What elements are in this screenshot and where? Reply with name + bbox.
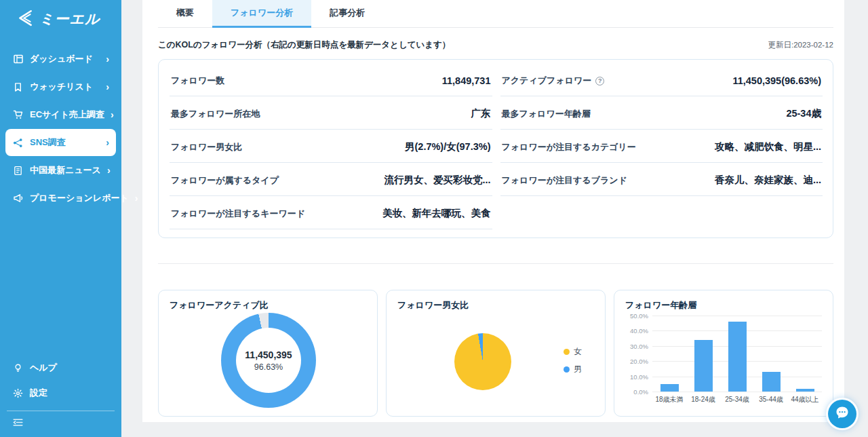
sidebar-item-ec-research[interactable]: ECサイト売上調査 [5, 101, 116, 128]
sidebar-item-china-news[interactable]: 中国最新ニュース [5, 157, 116, 184]
legend-dot [564, 349, 570, 355]
x-axis-label: 44歳以上 [788, 395, 822, 404]
chevron-right-icon [106, 54, 109, 64]
stat-label: フォロワーが注目するブランド [502, 174, 627, 187]
active-ratio-donut-chart: 11,450,395 96.63% [221, 313, 316, 408]
sidebar: ミーエル ダッシュボード ウォッチリスト ECサイト売上調査 SNS調査 中国最… [0, 0, 121, 437]
x-axis-label: 18歳未満 [652, 395, 686, 404]
grid-line [652, 392, 822, 392]
tab-follower-analysis[interactable]: フォロワー分析 [212, 0, 311, 28]
donut-center-label: 11,450,395 96.63% [221, 313, 316, 408]
stat-row: フォロワー数11,849,731 [170, 64, 492, 96]
legend-dot [564, 366, 570, 373]
pie-legend: 女男 [564, 346, 582, 375]
sidebar-item-help[interactable]: ヘルプ [5, 356, 116, 380]
chevron-right-icon [111, 110, 114, 119]
stat-row: フォロワーが注目するブランド香奈儿、奈娃家族、迪... [500, 163, 823, 196]
stat-value: 香奈儿、奈娃家族、迪... [715, 174, 821, 187]
bar [728, 322, 747, 392]
cart-icon [12, 109, 24, 121]
x-axis-label: 35-44歳 [754, 395, 788, 404]
stats-column-left: フォロワー数11,849,731最多フォロワー所在地广东フォロワー男女比男(2.… [170, 64, 492, 229]
donut-percent: 96.63% [254, 362, 283, 372]
main-panel: 概要 フォロワー分析 記事分析 このKOLのフォロワー分析（右記の更新日時点を最… [142, 0, 844, 422]
y-tick-label: 0.0% [621, 388, 648, 396]
x-axis-labels: 18歳未満18-24歳25-34歳35-44歳44歳以上 [652, 395, 822, 404]
chat-support-button[interactable] [828, 400, 856, 428]
chevron-right-icon [107, 166, 111, 175]
gear-icon [12, 387, 24, 399]
sidebar-item-label: ウォッチリスト [30, 81, 93, 93]
analysis-tabbar: 概要 フォロワー分析 記事分析 [158, 0, 833, 28]
sidebar-item-label: プロモーションレポート [30, 192, 129, 204]
bar [660, 384, 679, 392]
app-logo[interactable]: ミーエル [0, 0, 121, 29]
bar-slot [686, 316, 720, 392]
section-header: このKOLのフォロワー分析（右記の更新日時点を最新データとしています） 更新日:… [158, 39, 833, 51]
section-divider [158, 263, 833, 264]
updated-date: 更新日:2023-02-12 [768, 40, 833, 50]
sidebar-item-watchlist[interactable]: ウォッチリスト [5, 73, 116, 100]
x-axis-label: 25-34歳 [720, 395, 754, 404]
legend-label: 女 [574, 346, 582, 358]
stat-label: フォロワーが注目するキーワード [171, 208, 305, 220]
sidebar-item-label: ECサイト売上調査 [30, 109, 104, 121]
sidebar-item-label: ダッシュボード [30, 53, 93, 65]
legend-item[interactable]: 男 [564, 364, 582, 375]
sidebar-item-label: SNS調査 [30, 136, 66, 149]
stat-row: フォロワーが属するタイプ流行男女、爱买彩妆党... [170, 163, 492, 196]
sidebar-item-sns-research[interactable]: SNS調査 [5, 129, 116, 156]
lightbulb-icon [12, 362, 24, 374]
follower-stats-card: フォロワー数11,849,731最多フォロワー所在地广东フォロワー男女比男(2.… [158, 59, 833, 238]
sidebar-divider [7, 411, 115, 411]
stat-row: フォロワー男女比男(2.7%)/女(97.3%) [170, 130, 492, 163]
x-axis-label: 18-24歳 [686, 395, 720, 404]
tab-overview[interactable]: 概要 [158, 0, 212, 28]
chat-icon [834, 404, 850, 423]
donut-value: 11,450,395 [245, 349, 292, 360]
chart-title: フォロワー年齢層 [625, 299, 822, 311]
collapse-icon [12, 417, 24, 431]
stat-value: 攻略、减肥饮食、明星... [715, 140, 821, 153]
sidebar-item-promotion-report[interactable]: プロモーションレポート [5, 185, 116, 212]
gender-ratio-chart-card: フォロワー男女比 女男 [386, 290, 606, 417]
y-tick-label: 20.0% [621, 358, 648, 365]
stat-row: フォロワーが注目するキーワード美妆、新年去哪玩、美食 [170, 196, 492, 229]
chart-title: フォロワーアクティブ比 [170, 299, 366, 311]
share-icon [12, 137, 24, 149]
y-tick-label: 40.0% [621, 327, 648, 335]
stat-value: 男(2.7%)/女(97.3%) [405, 140, 491, 153]
bar-slot [788, 316, 822, 392]
stat-label: フォロワーが属するタイプ [171, 174, 279, 187]
bar-slot [720, 316, 754, 392]
stat-label: 最多フォロワー年齢層 [502, 108, 591, 120]
sidebar-item-label: 中国最新ニュース [30, 164, 101, 176]
stat-value: 流行男女、爱买彩妆党... [384, 174, 490, 187]
stat-label: アクティブフォロワー [502, 75, 605, 87]
stat-row: アクティブフォロワー11,450,395(96.63%) [500, 64, 823, 96]
legend-label: 男 [574, 364, 582, 375]
bar-slot [754, 316, 788, 392]
stat-row: フォロワーが注目するカテゴリー攻略、减肥饮食、明星... [500, 130, 823, 163]
collapse-sidebar-button[interactable] [0, 414, 121, 433]
legend-item[interactable]: 女 [564, 346, 582, 358]
bars [652, 316, 822, 392]
chevron-right-icon [106, 138, 109, 147]
y-tick-label: 10.0% [621, 373, 648, 381]
stat-value: 11,849,731 [442, 75, 491, 86]
y-tick-label: 30.0% [621, 343, 648, 350]
logo-text: ミーエル [39, 10, 100, 28]
stat-value: 25-34歳 [786, 107, 821, 120]
page-title: このKOLのフォロワー分析（右記の更新日時点を最新データとしています） [158, 39, 450, 51]
stat-row: 最多フォロワー年齢層25-34歳 [500, 96, 823, 130]
gender-pie-chart [454, 333, 511, 390]
help-icon[interactable] [595, 77, 604, 86]
sidebar-item-label: ヘルプ [30, 362, 57, 374]
news-icon [12, 165, 24, 176]
tab-article-analysis[interactable]: 記事分析 [311, 0, 383, 28]
age-distribution-chart-card: フォロワー年齢層 50.0%40.0%30.0%20.0%10.0%0.0% 1… [614, 290, 833, 417]
charts-row: フォロワーアクティブ比 11,450,395 96.63% フォロワー男女比 女… [158, 290, 833, 417]
sidebar-item-settings[interactable]: 設定 [5, 381, 116, 405]
sidebar-item-dashboard[interactable]: ダッシュボード [5, 45, 116, 73]
bookmark-icon [12, 81, 24, 93]
